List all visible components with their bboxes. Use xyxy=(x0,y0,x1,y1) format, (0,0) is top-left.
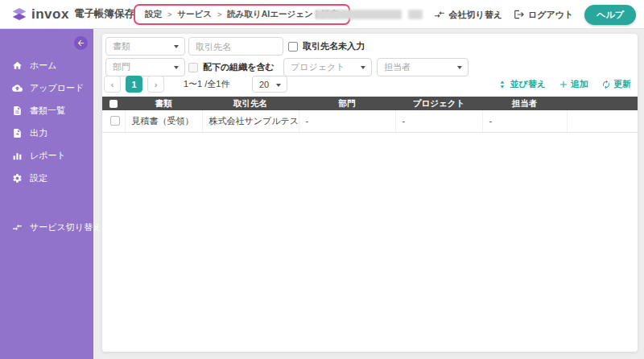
chevron-down-icon xyxy=(174,45,179,48)
sidebar-item-label: 書類一覧 xyxy=(30,105,65,117)
home-icon xyxy=(12,60,23,71)
sort-label: 並び替え xyxy=(510,78,546,90)
doc-type-select-placeholder: 書類 xyxy=(113,40,130,52)
chevron-down-icon xyxy=(174,66,179,69)
logout-button[interactable]: ログアウト xyxy=(514,9,573,21)
sidebar-item-document-list[interactable]: 書類一覧 xyxy=(0,99,93,122)
service-switch-icon xyxy=(12,222,23,233)
logout-label: ログアウト xyxy=(528,9,573,21)
column-header-assignee[interactable]: 担当者 xyxy=(482,97,567,110)
partner-name-empty-checkbox[interactable]: 取引先名未入力 xyxy=(288,37,365,56)
cell-assignee: - xyxy=(482,110,567,132)
report-icon xyxy=(12,151,23,161)
page-size-select[interactable]: 20 xyxy=(252,76,287,93)
sidebar-item-label: 設定 xyxy=(30,172,47,184)
next-page-button[interactable]: › xyxy=(147,76,164,93)
export-icon xyxy=(12,128,23,138)
chevron-down-icon xyxy=(361,66,365,69)
prev-page-button[interactable]: ‹ xyxy=(104,76,121,93)
add-button[interactable]: 追加 xyxy=(559,78,588,90)
sort-icon xyxy=(497,80,507,89)
sidebar-item-report[interactable]: レポート xyxy=(0,144,93,167)
page-size-value: 20 xyxy=(259,80,269,89)
plus-icon xyxy=(559,80,568,89)
select-all-checkbox[interactable] xyxy=(109,100,118,108)
select-all-header-cell xyxy=(102,97,125,110)
redacted-account-info xyxy=(315,10,423,19)
sidebar: ホーム アップロード 書類一覧 出力 レポート xyxy=(0,29,93,359)
project-select-placeholder: プロジェクト xyxy=(291,61,345,73)
logo-text: invox xyxy=(31,6,69,23)
checkbox-icon[interactable] xyxy=(288,42,298,52)
cell-department: - xyxy=(299,110,395,132)
sort-button[interactable]: 並び替え xyxy=(497,78,546,90)
sidebar-item-label: アップロード xyxy=(30,82,84,94)
department-select[interactable]: 部門 xyxy=(105,58,185,76)
table-toolbar: 並び替え 追加 更新 xyxy=(497,76,631,93)
company-switch-icon xyxy=(434,9,445,20)
include-sub-org-checkbox[interactable]: 配下の組織を含む xyxy=(188,58,275,76)
column-header-empty xyxy=(567,97,638,110)
redacted-text xyxy=(315,10,402,19)
sidebar-item-label: サービス切り替え xyxy=(30,221,101,233)
checkbox-label: 配下の組織を含む xyxy=(203,61,275,73)
checkbox-label: 取引先名未入力 xyxy=(303,40,365,52)
redacted-text xyxy=(408,10,423,19)
project-select[interactable]: プロジェクト xyxy=(283,58,372,76)
partner-name-input[interactable] xyxy=(188,37,283,56)
app-logo: invox 電子帳簿保存 xyxy=(11,6,134,23)
table-row[interactable]: 見積書（受領） 株式会社サンプルテスト - - - xyxy=(102,110,638,132)
row-checkbox-cell xyxy=(102,110,125,132)
sidebar-item-output[interactable]: 出力 xyxy=(0,122,93,144)
cell-empty xyxy=(567,110,638,132)
sidebar-item-upload[interactable]: アップロード xyxy=(0,76,93,99)
help-button[interactable]: ヘルプ xyxy=(584,5,636,25)
pagination-range-text: 1〜1 /全1件 xyxy=(184,76,229,93)
table-header-row: 書類 取引先名 部門 プロジェクト 担当者 xyxy=(102,97,638,110)
refresh-button[interactable]: 更新 xyxy=(601,78,631,90)
checkbox-icon[interactable] xyxy=(188,63,198,72)
sidebar-item-label: レポート xyxy=(30,150,66,162)
main-content: 書類 取引先名未入力 部門 配下の組織を含む プロジェクト 担当者 ‹ 1 › … xyxy=(102,34,638,352)
header-actions: 会社切り替え ログアウト ヘルプ xyxy=(315,0,636,29)
company-switch-button[interactable]: 会社切り替え xyxy=(434,9,502,21)
sidebar-item-home[interactable]: ホーム xyxy=(0,54,93,76)
assignee-select-placeholder: 担当者 xyxy=(384,61,411,73)
column-header-partner[interactable]: 取引先名 xyxy=(202,97,299,110)
arrow-left-icon xyxy=(76,39,85,47)
logout-icon xyxy=(514,9,525,20)
sidebar-collapse-button[interactable] xyxy=(74,36,88,50)
settings-icon xyxy=(12,173,23,184)
page-1-button[interactable]: 1 xyxy=(126,76,142,93)
sidebar-item-label: ホーム xyxy=(30,60,57,72)
sidebar-item-service-switch[interactable]: サービス切り替え xyxy=(0,216,93,238)
breadcrumb-separator: > xyxy=(167,10,171,19)
documents-table: 書類 取引先名 部門 プロジェクト 担当者 見積書（受領） 株式会社サンプルテス… xyxy=(102,97,638,133)
refresh-icon xyxy=(601,80,611,89)
row-checkbox[interactable] xyxy=(110,116,120,126)
assignee-select[interactable]: 担当者 xyxy=(377,58,469,76)
cell-partner: 株式会社サンプルテスト xyxy=(202,110,299,132)
chevron-down-icon xyxy=(457,66,462,69)
cell-project: - xyxy=(395,110,482,132)
logo-product-name: 電子帳簿保存 xyxy=(74,7,134,21)
company-switch-label: 会社切り替え xyxy=(448,9,502,21)
breadcrumb-service[interactable]: サービス xyxy=(177,9,212,20)
refresh-label: 更新 xyxy=(613,78,631,90)
department-select-placeholder: 部門 xyxy=(113,61,130,73)
sidebar-item-settings[interactable]: 設定 xyxy=(0,167,93,189)
top-header: invox 電子帳簿保存 設定 > サービス > 読み取りAIエージェント設定 … xyxy=(0,0,644,29)
chevron-down-icon xyxy=(276,84,281,87)
sidebar-nav: ホーム アップロード 書類一覧 出力 レポート xyxy=(0,54,93,189)
cell-doc-type: 見積書（受領） xyxy=(125,110,202,132)
document-list-icon xyxy=(12,105,23,116)
breadcrumb-separator: > xyxy=(217,10,221,19)
breadcrumb-settings[interactable]: 設定 xyxy=(145,9,162,20)
sidebar-item-label: 出力 xyxy=(30,127,47,139)
add-label: 追加 xyxy=(571,78,588,90)
column-header-doc-type[interactable]: 書類 xyxy=(125,97,202,110)
column-header-project[interactable]: プロジェクト xyxy=(395,97,482,110)
doc-type-select[interactable]: 書類 xyxy=(105,37,185,56)
column-header-department[interactable]: 部門 xyxy=(299,97,395,110)
upload-icon xyxy=(12,83,23,93)
